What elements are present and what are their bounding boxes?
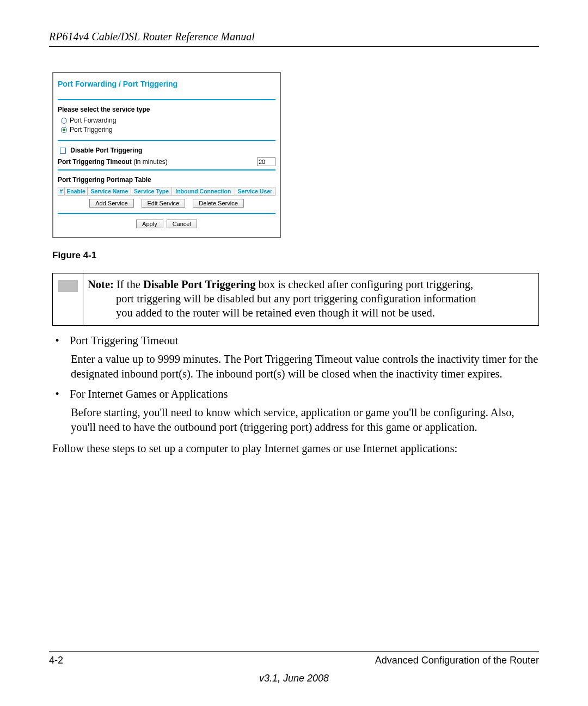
th-service-type: Service Type — [131, 187, 172, 196]
router-ui-panel: Port Forwarding / Port Triggering Please… — [52, 72, 281, 238]
apply-cancel-row: Apply Cancel — [58, 220, 275, 228]
bullet-body: Before starting, you'll need to know whi… — [71, 405, 539, 434]
timeout-row: Port Triggering Timeout (in minutes) 20 — [58, 157, 275, 166]
note-box: Note: If the Disable Port Triggering box… — [52, 273, 539, 326]
bullet-title: For Internet Games or Applications — [70, 387, 228, 401]
note-icon — [58, 280, 78, 292]
th-service-user: Service User — [235, 187, 275, 196]
disable-label: Disable Port Triggering — [70, 147, 142, 154]
radio-label: Port Forwarding — [70, 117, 116, 124]
disable-checkbox-row[interactable]: Disable Port Triggering — [60, 147, 275, 154]
note-text: Note: If the Disable Port Triggering box… — [83, 273, 481, 325]
th-service-name: Service Name — [88, 187, 131, 196]
panel-title: Port Forwarding / Port Triggering — [58, 77, 275, 98]
bullet-title: Port Triggering Timeout — [70, 333, 178, 348]
th-enable: Enable — [64, 187, 88, 196]
cancel-button[interactable]: Cancel — [167, 220, 197, 228]
delete-service-button[interactable]: Delete Service — [193, 199, 244, 208]
divider — [58, 140, 275, 141]
th-index: # — [58, 187, 65, 196]
figure-caption: Figure 4-1 — [52, 250, 539, 261]
apply-button[interactable]: Apply — [136, 220, 163, 228]
radio-label: Port Triggering — [70, 126, 113, 133]
radio-port-forwarding[interactable]: Port Forwarding — [61, 117, 275, 124]
bullet-list: • Port Triggering Timeout Enter a value … — [52, 330, 539, 435]
bullet-icon: • — [52, 333, 62, 348]
page-number: 4-2 — [49, 655, 63, 666]
divider — [58, 213, 275, 214]
radio-icon — [61, 118, 67, 124]
running-header: RP614v4 Cable/DSL Router Reference Manua… — [49, 31, 539, 47]
bullet-icon: • — [52, 387, 62, 401]
list-item: • Port Triggering Timeout — [52, 333, 539, 348]
checkbox-icon — [60, 148, 66, 154]
table-header-row: # Enable Service Name Service Type Inbou… — [58, 187, 275, 196]
radio-port-triggering[interactable]: Port Triggering — [61, 126, 275, 133]
portmap-label: Port Triggering Portmap Table — [58, 176, 275, 184]
note-icon-cell — [53, 273, 83, 325]
page-footer: 4-2 Advanced Configuration of the Router… — [49, 651, 539, 684]
th-inbound: Inbound Connection — [171, 187, 235, 196]
add-service-button[interactable]: Add Service — [89, 199, 133, 208]
divider — [58, 169, 275, 171]
bullet-body: Enter a value up to 9999 minutes. The Po… — [71, 352, 539, 381]
list-item: • For Internet Games or Applications — [52, 387, 539, 401]
timeout-label: Port Triggering Timeout (in minutes) — [58, 158, 168, 166]
followup-paragraph: Follow these steps to set up a computer … — [52, 442, 539, 455]
edit-service-button[interactable]: Edit Service — [142, 199, 186, 208]
section-title: Advanced Configuration of the Router — [375, 655, 539, 666]
portmap-table: # Enable Service Name Service Type Inbou… — [58, 187, 275, 196]
service-type-label: Please select the service type — [58, 106, 275, 113]
version-line: v3.1, June 2008 — [49, 673, 539, 684]
radio-icon — [61, 127, 67, 133]
timeout-input[interactable]: 20 — [257, 157, 275, 166]
service-button-row: Add Service Edit Service Delete Service — [58, 199, 275, 208]
divider — [58, 99, 275, 100]
